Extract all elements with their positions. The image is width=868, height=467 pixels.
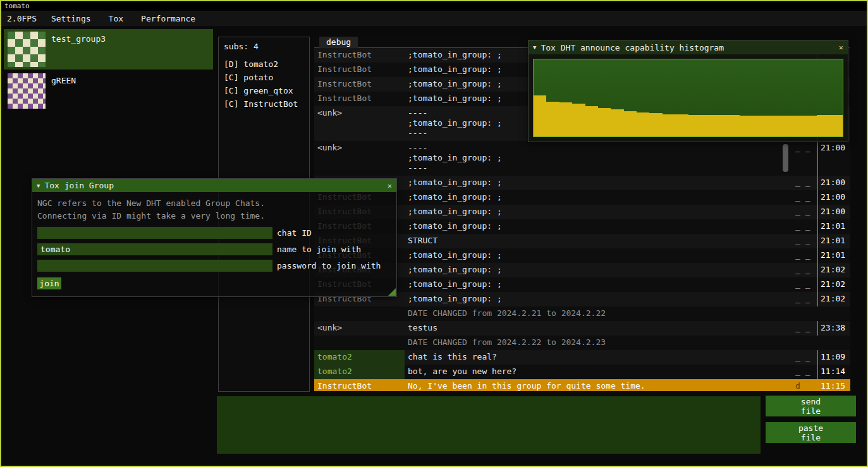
chat-message-row[interactable]: <unk>---- ;tomato_in_group: ; ----_ _21:…	[314, 141, 850, 176]
chat-row-name	[314, 336, 405, 350]
chat-row-time: 21:02	[817, 277, 850, 292]
group-name: test_group3	[51, 34, 106, 70]
close-icon[interactable]: ✕	[839, 43, 843, 52]
histogram-bar	[675, 114, 688, 136]
chat-row-name: InstructBot	[314, 48, 405, 63]
chat-row-flags: _ _	[795, 190, 817, 205]
histogram-bar	[792, 116, 804, 136]
date-changed-text: DATE CHANGED from 2024.2.21 to 2024.2.22	[405, 306, 795, 321]
chat-row-time: 23:38	[817, 321, 850, 336]
join-password-input[interactable]	[37, 260, 272, 272]
chat-row-name: InstructBot	[314, 77, 405, 92]
member-item-potato[interactable]: [C] potato	[219, 71, 309, 84]
join-password-label: password to join with	[277, 261, 381, 270]
chat-row-name: tomato2	[314, 365, 405, 379]
join-button[interactable]: join	[37, 277, 61, 289]
histogram-bar	[727, 115, 740, 136]
menu-bar: 2.0FPS Settings Tox Performance	[1, 11, 867, 26]
chat-row-time: 21:02	[817, 263, 850, 277]
group-name: gREEN	[51, 76, 76, 111]
message-input[interactable]	[217, 396, 761, 454]
join-window-titlebar[interactable]: ▼ Tox join Group ✕	[32, 179, 396, 192]
chat-row-message: ;tomato_in_group: ;	[405, 190, 795, 205]
histogram-window-titlebar[interactable]: ▼ Tox DHT announce capability histogram …	[529, 40, 848, 54]
window-titlebar: tomato	[1, 1, 867, 11]
chat-row-time: 21:00	[817, 205, 850, 219]
chat-row-name: InstructBot	[314, 379, 405, 391]
member-item-green_qtox[interactable]: [C] green_qtox	[219, 84, 309, 97]
histogram-bar	[740, 116, 752, 136]
collapse-arrow-icon[interactable]: ▼	[37, 183, 40, 189]
join-name-input[interactable]	[37, 243, 272, 255]
chat-row-time: 11:15	[817, 379, 850, 391]
histogram-bar	[830, 115, 843, 136]
histogram-bar	[649, 113, 662, 136]
chat-id-input[interactable]	[37, 227, 272, 239]
histogram-bar	[766, 116, 778, 136]
histogram-bar	[598, 108, 611, 136]
histogram-bar	[817, 115, 829, 136]
chat-row-flags: _ _	[795, 277, 817, 292]
chat-row-time: 21:00	[817, 190, 850, 205]
menu-item-performance[interactable]: Performance	[132, 14, 204, 23]
send-file-button[interactable]: send file	[766, 396, 856, 416]
chat-row-flags: _ _	[795, 248, 817, 263]
member-item-instructbot[interactable]: [C] InstructBot	[219, 97, 309, 111]
chat-row-name: <unk>	[314, 141, 405, 176]
chat-row-time: 21:02	[817, 292, 850, 306]
resize-grip-icon[interactable]	[388, 288, 396, 296]
chat-message-row[interactable]: <unk>testus_ _23:38	[314, 321, 850, 336]
sidebar-group-test_group3[interactable]: test_group3	[4, 29, 213, 70]
chat-id-label: chat ID	[277, 228, 312, 238]
chat-row-message: ;tomato_in_group: ;	[405, 263, 795, 277]
group-avatar	[8, 32, 46, 67]
chat-row-flags: _ _	[795, 176, 817, 190]
tab-debug[interactable]: debug	[319, 37, 358, 48]
join-info-line: Connecting via ID might take a very long…	[37, 210, 391, 222]
chat-row-message: No, I've been in this group for quite so…	[405, 379, 795, 391]
chat-row-time: 21:00	[817, 141, 850, 176]
date-changed-text: DATE CHANGED from 2024.2.22 to 2024.2.23	[405, 336, 795, 350]
chat-row-message: testus	[405, 321, 795, 336]
histogram-bar	[752, 116, 765, 136]
chat-row-message: STRUCT	[405, 234, 795, 248]
histogram-bar	[572, 104, 585, 136]
chat-message-row[interactable]: tomato2bot, are you new here?_ _11:14	[314, 365, 850, 379]
chat-row-flags: _ _	[795, 141, 817, 176]
close-icon[interactable]: ✕	[388, 181, 392, 190]
member-item-tomato2[interactable]: [D] tomato2	[219, 58, 309, 71]
chat-scrollbar-thumb[interactable]	[783, 144, 788, 172]
histogram-bar	[778, 116, 791, 136]
window-title: tomato	[4, 2, 30, 10]
chat-row-time: 11:14	[817, 365, 850, 379]
chat-row-flags: d	[795, 379, 817, 391]
sidebar-group-green[interactable]: gREEN	[4, 71, 213, 111]
histogram-bar	[714, 115, 726, 136]
chat-row-name: tomato2	[314, 350, 405, 365]
chat-row-flags: _ _	[795, 350, 817, 365]
chat-message-row[interactable]: tomato2chat is this real?_ _11:09	[314, 350, 850, 365]
collapse-arrow-icon[interactable]: ▼	[533, 44, 536, 51]
paste-file-button[interactable]: paste file	[766, 422, 856, 443]
app-window: tomato 2.0FPS Settings Tox Performance t…	[0, 0, 868, 467]
chat-row-name: InstructBot	[314, 63, 405, 77]
chat-row-time: 21:01	[817, 219, 850, 234]
histogram-bar	[637, 112, 649, 136]
chat-row-time: 21:01	[817, 234, 850, 248]
histogram-plot[interactable]	[533, 59, 843, 137]
histogram-bar	[688, 115, 701, 136]
group-avatar	[8, 73, 46, 109]
histogram-bar	[534, 95, 546, 136]
histogram-bar	[611, 109, 623, 136]
chat-row-message: chat is this real?	[405, 350, 795, 365]
chat-row-flags: _ _	[795, 321, 817, 336]
chat-message-row[interactable]: InstructBotNo, I've been in this group f…	[314, 379, 850, 391]
menu-item-tox[interactable]: Tox	[100, 14, 132, 23]
chat-row-message: bot, are you new here?	[405, 365, 795, 379]
menu-item-settings[interactable]: Settings	[42, 14, 100, 23]
chat-date-row: DATE CHANGED from 2024.2.22 to 2024.2.23	[314, 336, 850, 350]
chat-row-time: 11:09	[817, 350, 850, 365]
histogram-bar	[585, 106, 598, 136]
histogram-window: ▼ Tox DHT announce capability histogram …	[528, 40, 848, 142]
histogram-bar	[559, 102, 572, 136]
